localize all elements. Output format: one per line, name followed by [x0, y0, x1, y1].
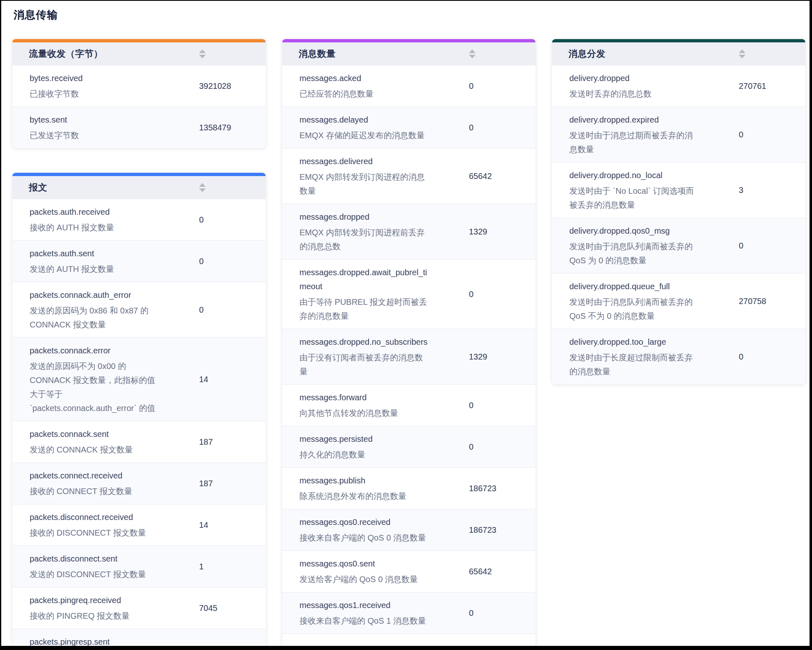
card-title: 消息分发: [568, 48, 606, 60]
metric-value: 0: [469, 123, 473, 132]
metric-value: 65642: [469, 567, 492, 576]
metric-value: 0: [469, 290, 473, 299]
sort-toggle[interactable]: [197, 48, 207, 60]
metric-texts: packets.disconnect.sent 发送的 DISCONNECT 报…: [30, 552, 159, 581]
metric-value: 0: [199, 257, 204, 266]
metric-row: packets.disconnect.received 接收的 DISCONNE…: [12, 504, 266, 546]
metric-desc: 已发送字节数: [30, 128, 159, 142]
metric-texts: delivery.dropped 发送时丢弃的消息总数: [569, 71, 699, 101]
metric-rows: packets.auth.received 接收的 AUTH 报文数量 0 pa…: [12, 199, 266, 646]
metric-row: packets.connack.error 发送的原因码不为 0x00 的 CO…: [12, 337, 266, 421]
metric-name: messages.persisted: [299, 432, 429, 446]
card-header: 消息数量: [282, 42, 536, 65]
sort-ascending-icon: [739, 49, 745, 53]
metric-desc: 向其他节点转发的消息数量: [299, 406, 429, 420]
metric-texts: delivery.dropped.qos0_msg 发送时由于消息队列满而被丢弃…: [569, 224, 699, 267]
metric-name: bytes.sent: [30, 113, 159, 127]
metric-desc: 除系统消息外发布的消息数量: [299, 489, 429, 503]
metric-texts: packets.connack.auth_error 发送的原因码为 0x86 …: [30, 288, 159, 332]
metric-value: 0: [469, 442, 473, 452]
metric-row: delivery.dropped.no_local 发送时由于 `No Loca…: [552, 162, 805, 218]
metric-texts: packets.connack.error 发送的原因码不为 0x00 的 CO…: [30, 344, 159, 415]
sort-toggle[interactable]: [737, 48, 747, 60]
metric-name: delivery.dropped: [569, 71, 699, 85]
metric-row: bytes.sent 已发送字节数 1358479: [12, 107, 266, 148]
metric-value: 7045: [199, 645, 218, 646]
card-header: 流量收发（字节）: [12, 42, 266, 65]
sort-descending-icon: [199, 55, 206, 58]
metric-name: bytes.received: [30, 71, 159, 85]
metric-rows: messages.acked 已经应答的消息数量 0 messages.dela…: [282, 65, 536, 646]
metric-row: messages.dropped.no_subscribers 由于没有订阅者而…: [282, 329, 536, 384]
metric-value: 0: [739, 130, 743, 139]
metric-desc: 发送的原因码为 0x86 和 0x87 的 CONNACK 报文数量: [30, 304, 159, 332]
metric-row: messages.acked 已经应答的消息数量 0: [282, 65, 536, 107]
metric-desc: 发送时由于 `No Local` 订阅选项而被丢弃的消息数量: [569, 184, 699, 212]
metric-row: delivery.dropped.qos0_msg 发送时由于消息队列满而被丢弃…: [552, 218, 805, 273]
card-accent-bar: [12, 39, 266, 42]
metric-texts: packets.auth.received 接收的 AUTH 报文数量: [30, 205, 159, 234]
metric-value: 0: [739, 352, 743, 362]
metric-texts: packets.pingresp.sent 发送的 PINGRESP 报文数量: [30, 635, 159, 646]
metric-value: 3921028: [199, 81, 231, 91]
metric-desc: 接收的 PINGREQ 报文数量: [30, 609, 159, 623]
card-header: 消息分发: [552, 42, 805, 65]
metric-value: 187: [199, 479, 213, 488]
sort-ascending-icon: [199, 49, 206, 53]
metric-texts: delivery.dropped.expired 发送时由于消息过期而被丢弃的消…: [569, 113, 699, 156]
metric-row: messages.delayed EMQX 存储的延迟发布的消息数量 0: [282, 107, 536, 148]
metric-name: messages.qos0.sent: [299, 557, 429, 571]
metric-texts: delivery.dropped.queue_full 发送时由于消息队列满而被…: [569, 279, 699, 323]
metric-texts: packets.disconnect.received 接收的 DISCONNE…: [30, 510, 159, 540]
metric-row: messages.publish 除系统消息外发布的消息数量 186723: [282, 467, 536, 509]
metric-row: delivery.dropped.expired 发送时由于消息过期而被丢弃的消…: [552, 107, 805, 162]
column-2: 消息数量 messages.acked 已经应答的消息数量 0 messages…: [282, 39, 536, 646]
metric-desc: 发送时由于消息过期而被丢弃的消息数量: [569, 128, 699, 156]
metric-value: 0: [739, 241, 743, 251]
metric-name: packets.connack.auth_error: [30, 288, 159, 302]
metric-desc: 发送时由于消息队列满而被丢弃的 QoS 不为 0 的消息数量: [569, 295, 699, 323]
metric-row: packets.connect.received 接收的 CONNECT 报文数…: [12, 462, 266, 504]
metric-desc: 发送时由于消息队列满而被丢弃的 QoS 为 0 的消息数量: [569, 239, 699, 267]
metric-value: 0: [469, 608, 473, 618]
metric-row: packets.connack.auth_error 发送的原因码为 0x86 …: [12, 282, 266, 337]
metric-name: messages.qos1.received: [299, 598, 429, 612]
metric-name: delivery.dropped.too_large: [569, 335, 699, 349]
sort-toggle[interactable]: [467, 48, 477, 60]
sort-toggle[interactable]: [197, 181, 207, 194]
metric-texts: messages.delivered EMQX 内部转发到订阅进程的消息数量: [299, 154, 429, 198]
column-1: 流量收发（字节） bytes.received 已接收字节数 3921028 b…: [12, 39, 266, 646]
metric-row: messages.qos0.received 接收来自客户端的 QoS 0 消息…: [282, 509, 536, 550]
sort-descending-icon: [199, 188, 206, 192]
metric-value: 270758: [739, 297, 766, 306]
metric-texts: packets.connect.received 接收的 CONNECT 报文数…: [30, 469, 159, 498]
card-accent-bar: [12, 173, 266, 176]
metric-texts: messages.delayed EMQX 存储的延迟发布的消息数量: [299, 113, 429, 142]
metric-value: 14: [199, 520, 208, 530]
metric-desc: 由于等待 PUBREL 报文超时而被丢弃的消息数量: [299, 295, 429, 323]
metric-desc: 发送的原因码不为 0x00 的 CONNACK 报文数量，此指标的值大于等于 `…: [30, 359, 159, 415]
metric-desc: 发送时丢弃的消息总数: [569, 87, 699, 101]
card-columns: 流量收发（字节） bytes.received 已接收字节数 3921028 b…: [1, 22, 810, 646]
metric-row: delivery.dropped 发送时丢弃的消息总数 270761: [552, 65, 805, 107]
metric-texts: messages.dropped.await_pubrel_timeout 由于…: [299, 265, 429, 323]
metric-row: delivery.dropped.too_large 发送时由于长度超过限制而被…: [552, 329, 805, 384]
metric-name: packets.pingreq.received: [30, 593, 159, 607]
metric-desc: EMQX 存储的延迟发布的消息数量: [299, 128, 429, 142]
metric-name: packets.connect.received: [30, 469, 159, 483]
metrics-card-delivery: 消息分发 delivery.dropped 发送时丢弃的消息总数 270761 …: [552, 39, 805, 384]
metric-name: packets.connack.sent: [30, 427, 159, 441]
sort-ascending-icon: [199, 183, 206, 187]
card-accent-bar: [282, 39, 536, 42]
metric-name: packets.disconnect.received: [30, 510, 159, 524]
metric-desc: 持久化的消息数量: [299, 448, 429, 462]
sort-descending-icon: [739, 55, 745, 58]
metric-desc: 发送的 CONNACK 报文数量: [30, 443, 159, 457]
metric-texts: messages.qos0.received 接收来自客户端的 QoS 0 消息…: [299, 515, 429, 545]
metric-desc: 由于没有订阅者而被丢弃的消息数量: [299, 351, 429, 378]
metric-name: delivery.dropped.no_local: [569, 168, 699, 182]
metric-texts: messages.dropped EMQX 内部转发到订阅进程前丢弃的消息总数: [299, 210, 429, 253]
metric-texts: messages.dropped.no_subscribers 由于没有订阅者而…: [299, 335, 429, 378]
metric-value: 65642: [469, 172, 492, 181]
page-title: 消息传输: [1, 1, 810, 22]
